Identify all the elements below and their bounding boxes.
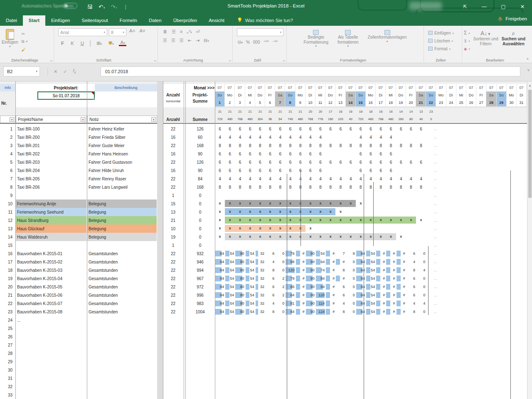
project-name-cell[interactable]: Haus Strandburg [16, 216, 86, 224]
insert-function-icon[interactable]: fx [73, 68, 76, 74]
project-name-cell[interactable]: ... [16, 316, 86, 324]
notiz-cell[interactable] [87, 382, 157, 391]
project-name-cell[interactable]: Bauvorhaben K-2015-01 [16, 249, 86, 258]
notiz-cell[interactable] [87, 324, 157, 332]
font-color-icon[interactable]: A▾ [119, 40, 126, 47]
notiz-cell[interactable]: Fahrer Hilde Unruh [87, 166, 157, 175]
notiz-cell[interactable]: Fahrer Frieda Silber [87, 133, 157, 141]
project-name-cell[interactable]: Bauvorhaben K-2015-07 [16, 299, 86, 308]
underline-button[interactable]: U [79, 41, 85, 46]
project-name-cell[interactable] [16, 374, 86, 382]
notiz-cell[interactable]: Fahrer Renny Raser [87, 175, 157, 183]
align-middle-icon[interactable]: ☰ [172, 29, 176, 34]
project-name-cell[interactable]: Haus Glückauf [16, 224, 86, 233]
notiz-cell[interactable]: Fahrer Hans Heinsen [87, 150, 157, 158]
formula-input[interactable]: 01.07.2018 [101, 66, 520, 76]
project-name-cell[interactable]: Taxi BR-204 [16, 166, 86, 175]
orientation-icon[interactable]: ⤢▾ [187, 29, 192, 34]
borders-icon[interactable]: ⊞▾ [95, 40, 103, 46]
bold-button[interactable]: F [60, 41, 65, 46]
project-name-cell[interactable] [16, 366, 86, 374]
name-box[interactable]: B2▾ [3, 66, 40, 76]
number-format-combo[interactable]: ▾ [237, 28, 283, 36]
notiz-cell[interactable] [87, 241, 157, 249]
project-name-cell[interactable] [16, 241, 86, 249]
project-name-cell[interactable]: Bauvorhaben K-2015-06 [16, 291, 86, 299]
notiz-cell[interactable]: Gesamtstunden [87, 308, 157, 316]
tab-ansicht[interactable]: Ansicht [203, 15, 230, 26]
shrink-font-icon[interactable]: A˅ [138, 28, 146, 36]
notiz-cell[interactable]: Fahrer Lars Langweil [87, 183, 157, 191]
project-name-cell[interactable]: Ferienwohnung Seehund [16, 208, 86, 216]
delete-cells-button[interactable]: Löschen▾ [428, 37, 460, 44]
tab-überprüfen[interactable]: Überprüfen [167, 15, 203, 26]
project-name-cell[interactable]: Taxi BR-205 [16, 175, 86, 183]
decrease-decimal-icon[interactable]: ⁻⁰⁰ [272, 40, 278, 44]
tab-einfügen[interactable]: Einfügen [45, 15, 76, 26]
notiz-cell[interactable] [87, 332, 157, 341]
project-name-cell[interactable] [16, 349, 86, 357]
filter-dropdown-icon[interactable]: ▾ [151, 117, 156, 122]
filter-cell-notiz[interactable]: Notiz▾ [87, 116, 157, 123]
project-name-cell[interactable] [16, 191, 86, 200]
find-select-button[interactable]: ⌕ Suchen undAuswählen [502, 28, 525, 52]
project-name-cell[interactable]: Taxi BR-200 [16, 133, 86, 141]
project-name-cell[interactable]: Taxi BR-100 [16, 125, 86, 133]
filter-cell-projekt-name[interactable]: Projekt/Name▾ [16, 116, 86, 123]
accounting-format-icon[interactable]: ⛁▾ [238, 40, 243, 44]
align-right-icon[interactable]: ☰ [180, 38, 184, 43]
sort-filter-button[interactable]: A↓▼ Sortieren undFiltern [473, 28, 498, 52]
font-size-combo[interactable]: 8▾ [109, 28, 126, 36]
cancel-icon[interactable]: ✕ [54, 69, 57, 74]
vertical-scrollbar[interactable]: ▲ [527, 81, 532, 399]
project-name-cell[interactable] [16, 332, 86, 341]
project-name-cell[interactable]: Haus Waldesruh [16, 233, 86, 241]
clear-button[interactable]: ◆▾ [464, 45, 470, 52]
notiz-cell[interactable]: Belegung [87, 208, 157, 216]
minimize-button[interactable]: — [475, 0, 494, 13]
enter-icon[interactable]: ✓ [63, 69, 67, 74]
ribbon-display-options-icon[interactable]: ⇱ [456, 0, 475, 13]
merge-center-icon[interactable]: ⊟▾ [204, 38, 209, 43]
dialog-launcher-icon[interactable]: ⌙ [229, 59, 232, 62]
notiz-cell[interactable]: Fahrer Gerd Gustavson [87, 158, 157, 166]
project-name-cell[interactable]: Bauvorhaben K-2015-05 [16, 283, 86, 291]
tab-datei[interactable]: Datei [0, 15, 23, 26]
project-name-cell[interactable] [16, 324, 86, 332]
project-name-cell[interactable]: Taxi BR-206 [16, 183, 86, 191]
align-bottom-icon[interactable]: ≡ [180, 29, 182, 34]
filter-dropdown-icon[interactable]: ▾ [10, 117, 14, 122]
notiz-cell[interactable]: Gesamtstunden [87, 266, 157, 274]
align-center-icon[interactable]: ☰ [171, 38, 175, 43]
grow-font-icon[interactable]: A˄ [128, 28, 136, 36]
copy-button[interactable]: ⧉▾ [21, 38, 27, 45]
tab-seitenlayout[interactable]: Seitenlayout [76, 15, 113, 26]
scrollbar-thumb[interactable] [528, 90, 532, 198]
project-name-cell[interactable]: Bauvorhaben K-2015-04 [16, 274, 86, 283]
format-as-table-button[interactable]: Als Tabelleformatieren▾ [337, 28, 359, 48]
project-name-cell[interactable]: Bauvorhaben K-2015-03 [16, 266, 86, 274]
scroll-up-icon[interactable]: ▲ [527, 82, 532, 88]
info-link[interactable]: Info [0, 84, 15, 91]
increase-indent-icon[interactable]: ⇥ [196, 38, 200, 43]
notiz-cell[interactable] [87, 191, 157, 200]
notiz-cell[interactable]: Belegung [87, 233, 157, 241]
project-name-cell[interactable]: Bauvorhaben K-2015-02 [16, 258, 86, 266]
insert-cells-button[interactable]: Einfügen▾ [428, 29, 460, 37]
align-left-icon[interactable]: ☰ [163, 38, 167, 43]
dialog-launcher-icon[interactable]: ⌙ [50, 59, 53, 62]
project-name-cell[interactable]: Taxi BR-201 [16, 141, 86, 150]
selected-cell-b2[interactable]: So 01.07.2018 [37, 91, 95, 100]
notiz-cell[interactable]: Gesamtstunden [87, 274, 157, 283]
align-top-icon[interactable]: 🗏 [163, 29, 167, 34]
cut-button[interactable]: ✂ [21, 30, 27, 37]
notiz-cell[interactable]: Gesamtstunden [87, 249, 157, 258]
format-cells-button[interactable]: Format▾ [428, 45, 460, 52]
notiz-cell[interactable]: Fahrer Heinz Keller [87, 125, 157, 133]
notiz-cell[interactable]: Gesamtstunden [87, 283, 157, 291]
close-button[interactable]: ✕ [513, 0, 532, 13]
format-painter-button[interactable]: 🖌 [21, 46, 27, 53]
project-name-cell[interactable]: Taxi BR-203 [16, 158, 86, 166]
notiz-cell[interactable] [87, 349, 157, 357]
tab-start[interactable]: Start [23, 15, 45, 26]
